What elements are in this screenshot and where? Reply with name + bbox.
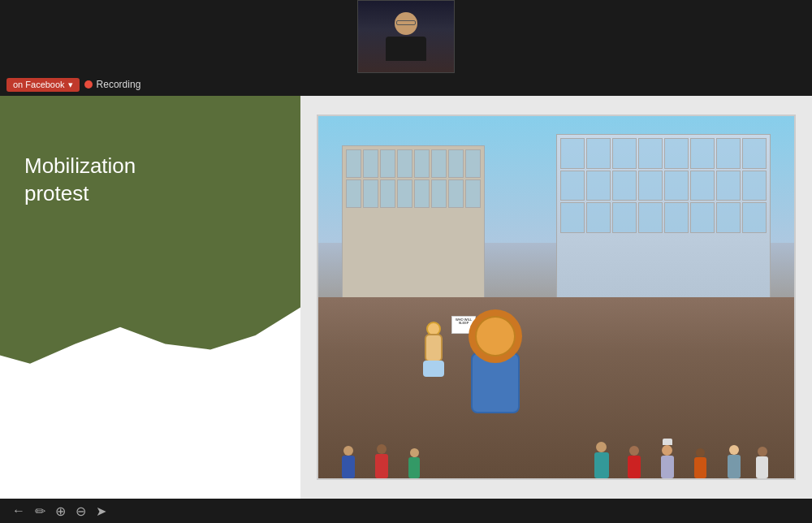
window <box>690 202 715 233</box>
window <box>638 138 663 169</box>
window <box>612 171 637 201</box>
window <box>742 202 767 233</box>
window <box>363 149 378 178</box>
recording-label: Recording <box>97 79 141 90</box>
presenter-body <box>386 37 426 61</box>
zoom-in-icon[interactable]: ⊕ <box>55 504 66 519</box>
window <box>397 149 412 178</box>
window <box>346 179 361 208</box>
cp-body <box>408 457 420 478</box>
window <box>716 138 741 169</box>
presenter-silhouette <box>386 12 426 61</box>
bottom-toolbar: ← ✏ ⊕ ⊖ ➤ <box>0 499 812 523</box>
lion-head-container <box>475 316 516 357</box>
toolbar-strip: on Facebook ▾ Recording <box>0 73 812 96</box>
window <box>560 202 585 233</box>
window <box>742 138 767 169</box>
window <box>431 149 447 178</box>
window <box>586 138 611 169</box>
crowd-person-5 <box>628 446 641 478</box>
crowd-person-8 <box>728 445 741 478</box>
camera-person-view <box>358 1 454 72</box>
window <box>465 149 481 178</box>
crowd-person-7 <box>694 448 706 478</box>
window <box>638 202 663 233</box>
green-banner <box>0 96 300 378</box>
protest-scene: WHO WILL SLEEP <box>318 116 794 478</box>
cp-body <box>728 455 741 478</box>
cp-body <box>756 456 768 478</box>
window <box>414 149 430 178</box>
cp-body <box>694 457 706 478</box>
slide-right-panel: WHO WILL SLEEP <box>300 96 812 499</box>
cp-body <box>594 452 609 478</box>
crowd-person-3 <box>408 448 420 478</box>
cp-head <box>377 444 387 454</box>
camera-feed <box>357 0 455 73</box>
window <box>690 138 715 169</box>
window <box>716 202 741 233</box>
window <box>586 171 611 201</box>
slide-title-line1: Mobilization <box>24 153 136 178</box>
window <box>380 149 395 178</box>
presenter-head <box>395 12 417 35</box>
window <box>664 138 689 169</box>
cp-head <box>343 446 353 456</box>
recording-dot <box>84 80 93 89</box>
cp-body <box>661 456 674 478</box>
facebook-label: on Facebook <box>13 80 65 89</box>
slide-area: Mobilization protest <box>0 96 812 499</box>
balloon-character-small <box>423 322 444 377</box>
window <box>664 171 689 201</box>
crowd-person-9 <box>756 447 768 478</box>
window <box>612 138 637 169</box>
cp-body <box>375 454 388 478</box>
window <box>716 171 741 201</box>
back-icon[interactable]: ← <box>12 504 25 518</box>
window <box>380 179 395 208</box>
balloon-char-body-small <box>425 334 443 362</box>
window <box>431 179 447 208</box>
crowd-person-6 <box>661 439 674 478</box>
window <box>448 179 464 208</box>
cp-head <box>629 446 639 456</box>
cp-head <box>410 448 419 457</box>
window <box>397 179 412 208</box>
zoom-out-icon[interactable]: ⊖ <box>76 504 86 519</box>
window <box>742 171 767 201</box>
crowd-area <box>318 297 794 478</box>
protest-image: WHO WILL SLEEP <box>317 115 796 480</box>
cp-head <box>696 448 705 457</box>
cp-head <box>662 445 672 456</box>
cp-head <box>596 442 607 452</box>
presenter-glasses <box>396 20 416 25</box>
balloon-char-legs-small <box>423 361 444 377</box>
cp-head <box>758 447 767 456</box>
window <box>414 179 430 208</box>
slide-left-panel: Mobilization protest <box>0 96 300 499</box>
slide-title: Mobilization protest <box>24 153 136 208</box>
window <box>465 179 481 208</box>
window <box>448 149 464 178</box>
facebook-badge[interactable]: on Facebook ▾ <box>6 78 80 92</box>
cp-body <box>628 456 641 478</box>
crowd-person-2 <box>375 444 388 478</box>
cp-cap <box>663 439 672 445</box>
window <box>346 149 361 178</box>
crowd-person-4 <box>594 442 609 478</box>
cp-head <box>729 445 739 455</box>
window <box>560 171 585 201</box>
lion-face <box>475 316 516 357</box>
window <box>638 171 663 201</box>
window <box>690 171 715 201</box>
arrow-icon[interactable]: ➤ <box>96 504 106 519</box>
window <box>586 202 611 233</box>
window <box>612 202 637 233</box>
cp-body <box>342 456 355 478</box>
edit-icon[interactable]: ✏ <box>35 504 45 519</box>
window <box>664 202 689 233</box>
crowd-person-1 <box>342 446 355 478</box>
crowd-row <box>318 297 794 478</box>
recording-badge: Recording <box>84 79 141 90</box>
window <box>363 179 378 208</box>
